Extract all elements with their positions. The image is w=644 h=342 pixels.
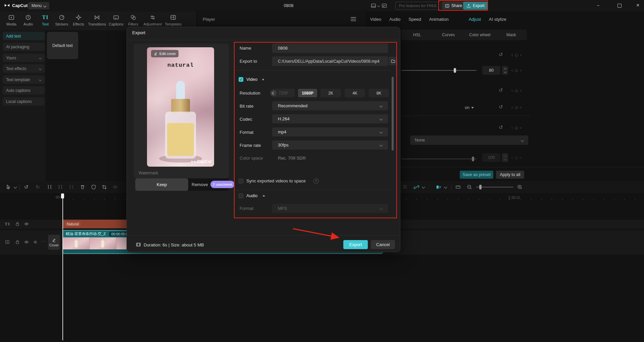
tab-effects[interactable]: Effects (69, 14, 88, 26)
split-icon[interactable]: ][ (47, 184, 52, 189)
delete-icon[interactable] (80, 184, 86, 190)
crop-icon[interactable] (101, 184, 107, 190)
reset-icon[interactable]: ↺ (499, 52, 503, 58)
resolution-scroll-left[interactable] (270, 90, 277, 96)
adjust-slider-disabled[interactable] (401, 159, 477, 159)
format-dropdown[interactable]: mp4 (272, 127, 388, 136)
reset-icon[interactable]: ↺ (499, 87, 503, 93)
layout-toggle-button[interactable] (370, 3, 380, 9)
edit-cover-button[interactable]: Edit cover (151, 50, 179, 57)
adjust-slider[interactable] (401, 70, 477, 71)
tab-filters[interactable]: Filters (124, 14, 143, 26)
tab-text[interactable]: TI Text (36, 14, 55, 26)
sidebar-item-local-captions[interactable]: Local captions (3, 97, 45, 106)
cover-button[interactable]: Cover (48, 235, 60, 250)
tab-captions[interactable]: Captions (107, 14, 126, 26)
subtab-curves[interactable]: Curves (433, 30, 464, 40)
export-top-button[interactable]: Export (463, 2, 488, 10)
tab-video[interactable]: Video (370, 17, 381, 22)
menu-button[interactable]: Menu (28, 2, 49, 9)
playhead-line[interactable] (62, 193, 63, 340)
keyframe-controls[interactable]: ‹◇› (511, 88, 522, 93)
playhead-handle[interactable] (61, 193, 64, 198)
mask-shield-icon[interactable] (91, 184, 97, 190)
collapse-triangle-icon[interactable] (262, 78, 264, 80)
subtab-hsl[interactable]: HSL (401, 30, 433, 40)
slider-handle[interactable] (479, 185, 482, 189)
resolution-1080p-selected[interactable]: 1080P (298, 89, 317, 97)
keyframe-controls[interactable]: ‹◇› (511, 125, 522, 130)
framerate-dropdown[interactable]: 30fps (272, 140, 388, 150)
section-label-partial[interactable]: on (465, 105, 474, 110)
tab-media[interactable]: Media (2, 14, 21, 26)
value-stepper[interactable] (502, 66, 508, 75)
pro-features-button[interactable]: Pro features for FREE (395, 2, 441, 10)
tab-stickers[interactable]: Stickers (52, 14, 71, 26)
sidebar-item-ai-packaging[interactable]: AI packaging (3, 43, 45, 51)
codec-dropdown[interactable]: H.264 (272, 114, 388, 123)
cancel-button[interactable]: Cancel (371, 240, 395, 249)
name-input[interactable]: 0808 (272, 43, 388, 53)
player-menu-icon[interactable] (351, 16, 356, 22)
lock-icon[interactable] (15, 221, 20, 227)
sidebar-item-text-effects[interactable]: Text effects (3, 64, 45, 73)
help-icon[interactable]: ? (313, 178, 319, 184)
minimize-button[interactable]: − (597, 3, 599, 8)
adjust-value-input[interactable]: 80 (482, 66, 500, 75)
keyframe-controls[interactable]: ‹◇› (511, 68, 522, 73)
browse-folder-button[interactable] (389, 57, 397, 65)
panel-layout-button[interactable] (381, 3, 387, 9)
zoom-in-icon[interactable] (517, 184, 523, 190)
video-checkbox[interactable]: ✓ (239, 77, 243, 82)
tab-animation[interactable]: Animation (429, 17, 449, 22)
sidebar-item-yours[interactable]: Yours (3, 54, 45, 62)
sidebar-item-add-text[interactable]: Add text (3, 32, 45, 40)
share-button[interactable]: Share (442, 2, 465, 10)
subtab-mask[interactable]: Mask (496, 30, 527, 40)
export-confirm-button[interactable]: Export (343, 240, 368, 249)
select-cursor-icon[interactable] (5, 184, 11, 190)
keep-watermark-button[interactable]: Keep (135, 178, 188, 191)
audio-checkbox[interactable] (239, 193, 243, 198)
redo-icon[interactable]: ↻ (36, 184, 40, 190)
export-path-input[interactable]: C:/Users/DELL/AppData/Local/CapCut/Video… (272, 56, 388, 66)
reset-icon[interactable]: ↺ (499, 104, 503, 110)
eye-icon[interactable] (24, 221, 29, 227)
reset-icon[interactable]: ↺ (499, 124, 503, 130)
preview-snap-icon[interactable] (436, 184, 442, 190)
save-as-preset-button[interactable]: Save as preset (460, 171, 493, 179)
trim-right-icon[interactable]: ][ (69, 184, 74, 189)
magnet-snap-icon[interactable] (402, 184, 408, 190)
sync-checkbox[interactable] (239, 179, 243, 183)
none-dropdown[interactable]: None (410, 135, 528, 145)
speaker-icon[interactable] (33, 239, 38, 245)
resolution-2k[interactable]: 2K (320, 89, 341, 97)
timeline-zoom-slider[interactable] (476, 187, 513, 187)
mirror-flip-icon[interactable] (112, 184, 118, 190)
eye-icon[interactable] (24, 239, 29, 245)
collapse-triangle-icon[interactable] (262, 195, 265, 196)
keyframe-controls[interactable]: ‹◇› (511, 105, 522, 110)
tab-speed[interactable]: Speed (408, 17, 421, 22)
apply-to-all-button[interactable]: Apply to all (496, 171, 524, 179)
trim-left-icon[interactable]: ][ (58, 184, 63, 189)
undo-icon[interactable]: ↺ (24, 184, 29, 190)
link-clips-icon[interactable] (413, 184, 419, 190)
subtab-color-wheel[interactable]: Color wheel (464, 30, 496, 40)
tab-adjust[interactable]: Adjust (469, 17, 481, 22)
resolution-8k[interactable]: 8K (369, 89, 389, 97)
tab-audio-insp[interactable]: Audio (389, 17, 400, 22)
resolution-4k[interactable]: 4K (345, 89, 365, 97)
tab-transitions[interactable]: Transitions (88, 14, 106, 26)
zoom-to-fit-icon[interactable] (455, 184, 461, 190)
maximize-icon[interactable] (617, 4, 622, 8)
keyframe-controls[interactable]: ‹◇› (511, 52, 522, 57)
sidebar-item-auto-captions[interactable]: Auto captions (3, 86, 45, 95)
bitrate-dropdown[interactable]: Recommended (272, 101, 388, 110)
chevron-down-icon[interactable] (444, 185, 447, 189)
slider-handle[interactable] (454, 68, 456, 73)
sidebar-item-text-template[interactable]: Text template (3, 75, 45, 84)
lock-icon[interactable] (15, 239, 20, 245)
chevron-down-icon[interactable] (14, 185, 17, 189)
tab-audio[interactable]: Audio (19, 14, 38, 26)
